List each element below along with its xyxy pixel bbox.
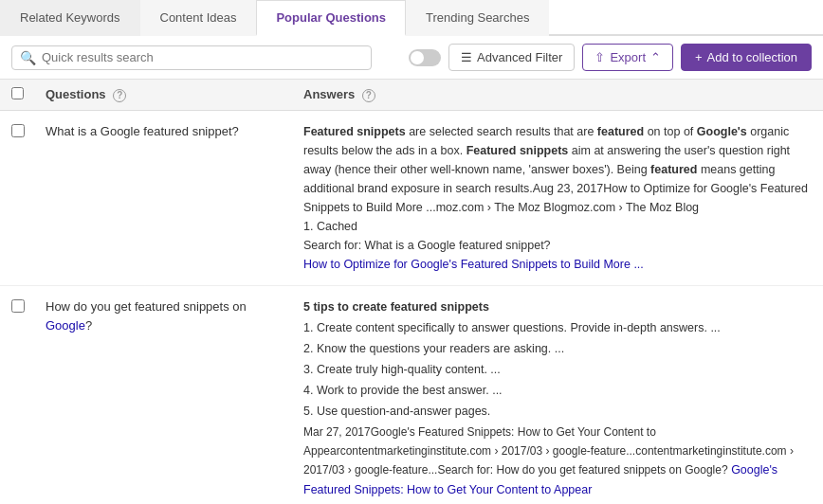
chevron-down-icon: ⌃	[650, 50, 661, 64]
row-1-answer: Featured snippets are selected search re…	[303, 122, 812, 274]
tab-trending-searches[interactable]: Trending Searches	[406, 0, 549, 36]
row-1-checkbox[interactable]	[11, 124, 25, 137]
export-button[interactable]: ⇧ Export ⌃	[582, 44, 673, 71]
add-label: Add to collection	[707, 50, 797, 64]
add-to-collection-button[interactable]: + Add to collection	[681, 44, 812, 71]
table-header: Questions ? Answers ?	[0, 80, 823, 111]
search-wrap: 🔍	[11, 45, 372, 70]
row-1-link[interactable]: How to Optimize for Google's Featured Sn…	[303, 258, 644, 271]
row-1-check	[11, 122, 34, 140]
advanced-filter-button[interactable]: ☰ Advanced Filter	[448, 44, 575, 71]
row-1-question: What is a Google featured snippet?	[46, 122, 292, 141]
table-row: How do you get featured snippets on Goog…	[0, 286, 823, 504]
row-2-question: How do you get featured snippets on Goog…	[46, 297, 292, 334]
row-2-checkbox[interactable]	[11, 299, 25, 313]
toggle-switch[interactable]	[409, 49, 441, 66]
add-icon: +	[695, 50, 703, 64]
row-2-answer: 5 tips to create featured snippets 1. Cr…	[303, 297, 812, 499]
export-label: Export	[610, 50, 646, 64]
search-input[interactable]	[42, 50, 363, 64]
col-question-header: Questions ?	[46, 87, 292, 102]
table-row: What is a Google featured snippet? Featu…	[0, 111, 823, 286]
tab-popular-questions[interactable]: Popular Questions	[256, 0, 406, 36]
question-help-icon[interactable]: ?	[113, 89, 126, 102]
tab-bar: Related Keywords Content Ideas Popular Q…	[0, 0, 823, 36]
search-icon: 🔍	[20, 50, 36, 65]
tab-content-ideas[interactable]: Content Ideas	[140, 0, 257, 36]
export-icon: ⇧	[594, 50, 605, 64]
select-all-checkbox[interactable]	[11, 87, 24, 99]
answer-help-icon[interactable]: ?	[362, 89, 375, 102]
header-check	[11, 87, 34, 102]
toggle-wrap	[409, 49, 441, 66]
col-answer-header: Answers ?	[303, 87, 812, 102]
row-2-check	[11, 297, 34, 315]
filter-icon: ☰	[461, 50, 472, 64]
tab-related-keywords[interactable]: Related Keywords	[0, 0, 140, 36]
toolbar: 🔍 ☰ Advanced Filter ⇧ Export ⌃ + Add to …	[0, 36, 823, 80]
filter-label: Advanced Filter	[477, 50, 562, 64]
